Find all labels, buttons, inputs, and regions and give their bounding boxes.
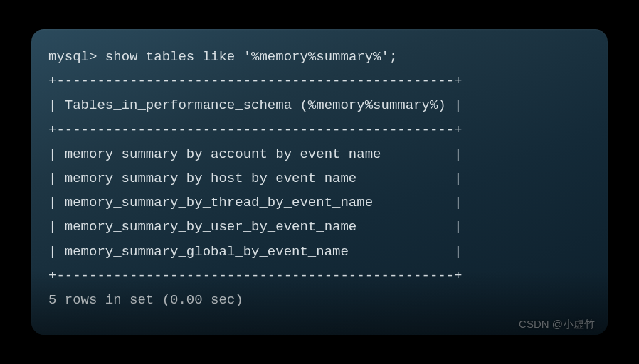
table-row: | memory_summary_by_host_by_event_name | [48,166,591,191]
result-footer: 5 rows in set (0.00 sec) [48,288,591,312]
table-row: | memory_summary_by_account_by_event_nam… [48,142,591,166]
table-border-bottom: +---------------------------------------… [48,264,591,288]
prompt: mysql> [48,49,105,65]
table-border-top: +---------------------------------------… [48,69,591,93]
table-row: | memory_summary_by_thread_by_event_name… [48,191,591,215]
table-row: | memory_summary_global_by_event_name | [48,240,591,264]
table-header: | Tables_in_performance_schema (%memory%… [48,93,591,117]
table-border-mid: +---------------------------------------… [48,118,591,142]
terminal-window: mysql> show tables like '%memory%summary… [31,29,608,335]
command-text: show tables like '%memory%summary%'; [105,49,397,65]
command-line[interactable]: mysql> show tables like '%memory%summary… [48,45,591,69]
table-row: | memory_summary_by_user_by_event_name | [48,215,591,239]
